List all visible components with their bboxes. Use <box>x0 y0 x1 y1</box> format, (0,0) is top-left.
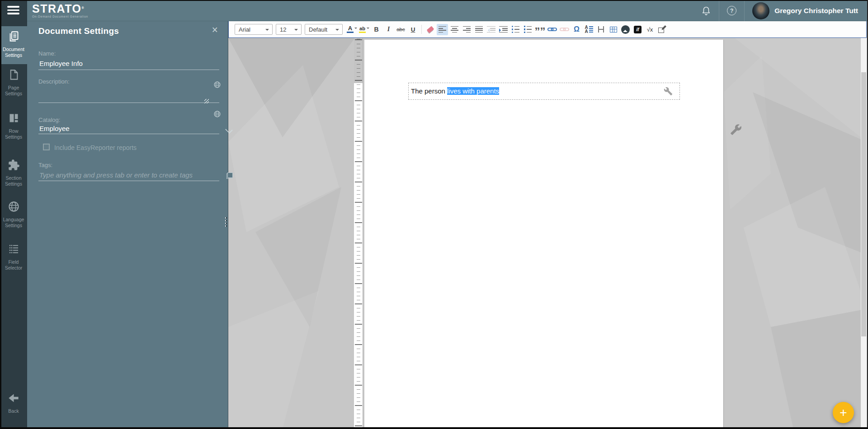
name-field[interactable] <box>38 59 219 70</box>
numbered-list-button[interactable] <box>522 24 533 35</box>
insert-image-button[interactable] <box>620 24 631 35</box>
remove-link-button[interactable] <box>559 24 570 35</box>
bullet-list-button[interactable] <box>510 24 521 35</box>
add-fab-button[interactable]: + <box>833 402 854 423</box>
blockquote-button[interactable]: ”” <box>534 24 546 35</box>
sidebar-item-field-selector[interactable]: FieldSelector <box>0 243 27 271</box>
align-center-button[interactable] <box>449 24 460 35</box>
close-icon[interactable]: × <box>212 25 218 35</box>
outdent-icon <box>487 26 495 33</box>
editor-canvas: The person lives with parents + <box>228 38 867 429</box>
highlight-color-button[interactable]: ab <box>359 26 369 33</box>
caret-down-icon <box>367 28 369 30</box>
align-right-button[interactable] <box>461 24 472 35</box>
page-break-button[interactable] <box>595 24 607 35</box>
topbar-divider <box>744 0 745 21</box>
include-easyreporter-label: Include EasyReporter reports <box>54 144 137 151</box>
line-spacing-icon: AA <box>585 25 593 33</box>
field-selector-list-icon <box>8 243 20 255</box>
include-easyreporter-checkbox[interactable] <box>43 144 50 150</box>
plus-icon: + <box>840 406 847 419</box>
edit-source-button[interactable] <box>656 24 668 35</box>
help-icon[interactable]: ? <box>727 6 736 15</box>
top-bar: STRATO® On-Demand Document Generation ? … <box>0 0 868 21</box>
logo-subtitle: On-Demand Document Generation <box>32 15 88 18</box>
indent-button[interactable] <box>498 24 509 35</box>
description-label: Description: <box>38 78 70 85</box>
indent-icon <box>499 26 508 33</box>
sidebar-item-section-settings[interactable]: SectionSettings <box>0 159 27 187</box>
user-name[interactable]: Gregory Christopher Tutt <box>774 7 858 15</box>
underline-button[interactable]: U <box>407 24 419 35</box>
image-icon <box>621 25 630 34</box>
outdent-button[interactable] <box>486 24 497 35</box>
strato-logo: STRATO® On-Demand Document Generation <box>32 3 88 18</box>
insert-table-button[interactable] <box>608 24 619 35</box>
vertical-ruler <box>354 38 363 429</box>
back-arrow-icon <box>8 392 20 404</box>
align-left-button[interactable] <box>437 24 448 35</box>
selected-text: lives with parents <box>447 87 499 95</box>
name-label: Name: <box>38 50 56 57</box>
wrench-cursor-icon <box>730 124 742 135</box>
language-globe-icon <box>8 201 20 213</box>
align-left-icon <box>439 26 446 33</box>
copy-tags-icon[interactable] <box>226 173 233 179</box>
text-field-block[interactable]: The person lives with parents <box>408 83 680 100</box>
catalog-select[interactable] <box>38 125 219 134</box>
row-settings-icon <box>8 112 20 124</box>
italic-button[interactable]: I <box>383 24 394 35</box>
paragraph-style-select[interactable]: Default <box>305 24 343 35</box>
left-sidebar: DocumentSettings PageSettings RowSetting… <box>0 0 27 429</box>
catalog-label: Catalog: <box>38 117 60 123</box>
table-icon <box>610 27 617 33</box>
font-color-button[interactable]: A <box>347 26 357 33</box>
document-settings-panel: Document Settings × Name: Description: C… <box>27 21 228 429</box>
panel-title: Document Settings <box>38 26 119 36</box>
tags-label: Tags: <box>38 162 52 168</box>
topbar-right-group: ? Gregory Christopher Tutt <box>701 0 858 21</box>
panel-resize-grip[interactable] <box>224 217 228 229</box>
sidebar-item-page-settings[interactable]: PageSettings <box>0 69 27 97</box>
sidebar-item-document-settings[interactable]: DocumentSettings <box>0 26 27 64</box>
user-avatar[interactable] <box>752 2 769 19</box>
topbar-divider <box>719 0 719 21</box>
document-settings-icon <box>8 30 20 42</box>
textarea-resize-handle[interactable] <box>204 99 209 103</box>
translate-globe-icon[interactable] <box>213 110 221 118</box>
caret-down-icon <box>354 28 357 30</box>
remove-format-eraser-button[interactable] <box>425 24 436 35</box>
line-spacing-button[interactable]: AA <box>583 24 594 35</box>
description-field[interactable] <box>38 89 219 103</box>
tags-input[interactable] <box>38 171 219 181</box>
special-character-button[interactable]: Ω <box>571 24 582 35</box>
unlink-icon <box>560 26 569 33</box>
font-size-select[interactable]: 12 <box>276 24 302 35</box>
align-justify-button[interactable] <box>473 24 485 35</box>
sidebar-item-row-settings[interactable]: RowSettings <box>0 112 27 140</box>
hamburger-menu-icon[interactable] <box>7 6 19 14</box>
align-justify-icon <box>475 26 483 33</box>
logo-title: STRATO® <box>32 3 88 14</box>
page-settings-icon <box>8 69 20 81</box>
align-center-icon <box>451 26 458 33</box>
bullet-list-icon <box>512 26 520 33</box>
vertical-scrollbar[interactable] <box>861 38 867 429</box>
conditional-if-button[interactable]: if <box>632 24 643 35</box>
insert-link-button[interactable] <box>547 24 558 35</box>
eraser-icon <box>426 26 434 33</box>
sidebar-item-back[interactable]: Back <box>0 392 27 414</box>
formula-button[interactable]: √x <box>644 24 656 35</box>
font-family-select[interactable]: Arial <box>235 24 273 35</box>
document-page[interactable]: The person lives with parents <box>364 40 724 429</box>
notifications-bell-icon[interactable] <box>701 6 711 16</box>
scrollbar-thumb[interactable] <box>861 72 866 336</box>
app-window: STRATO® On-Demand Document Generation ? … <box>0 0 868 429</box>
strikethrough-button[interactable]: abc <box>395 24 406 35</box>
sidebar-item-language-settings[interactable]: LanguageSettings <box>0 201 27 228</box>
translate-globe-icon[interactable] <box>213 81 221 89</box>
field-wrench-icon[interactable] <box>664 87 673 96</box>
editor-toolbar: Arial 12 Default A ab B I abc U <box>228 21 867 38</box>
ruler-top-margin[interactable] <box>354 38 363 83</box>
bold-button[interactable]: B <box>371 24 382 35</box>
